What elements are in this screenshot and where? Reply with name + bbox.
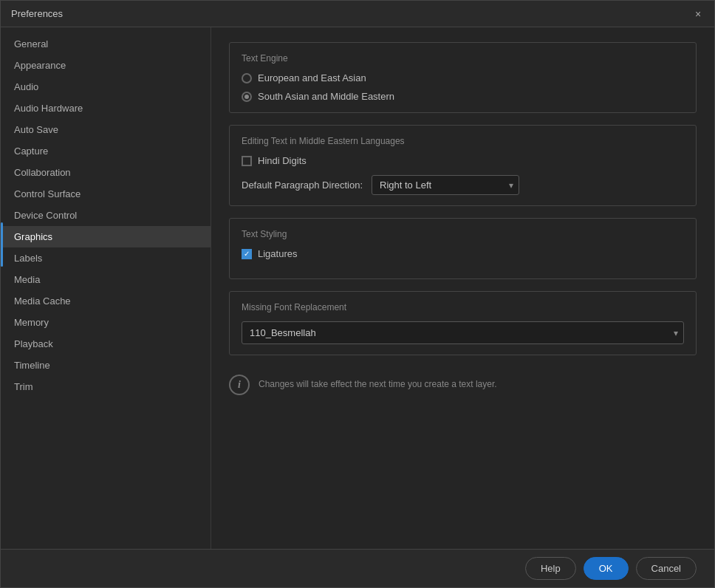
sidebar-item-timeline[interactable]: Timeline bbox=[1, 355, 211, 376]
dialog-body: GeneralAppearanceAudioAudio HardwareAuto… bbox=[1, 27, 714, 549]
hindi-digits-label: Hindi Digits bbox=[258, 155, 307, 166]
direction-dropdown[interactable]: Right to Left Left to Right bbox=[372, 175, 519, 195]
text-engine-section: Text Engine European and East Asian Sout… bbox=[229, 42, 697, 113]
sidebar-item-audio-hardware[interactable]: Audio Hardware bbox=[1, 98, 211, 119]
ligatures-row[interactable]: Ligatures bbox=[242, 248, 684, 259]
text-styling-title: Text Styling bbox=[242, 229, 684, 239]
sidebar: GeneralAppearanceAudioAudio HardwareAuto… bbox=[1, 27, 211, 549]
title-bar: Preferences × bbox=[1, 1, 714, 27]
text-engine-title: Text Engine bbox=[242, 53, 684, 64]
info-icon: i bbox=[229, 375, 250, 395]
radio-european-label: European and East Asian bbox=[258, 72, 366, 83]
font-dropdown-wrapper: 110_Besmellah bbox=[242, 321, 684, 344]
cancel-button[interactable]: Cancel bbox=[636, 557, 697, 580]
close-button[interactable]: × bbox=[692, 8, 704, 20]
sidebar-item-capture[interactable]: Capture bbox=[1, 140, 211, 162]
sidebar-item-general[interactable]: General bbox=[1, 33, 211, 55]
sidebar-item-graphics[interactable]: Graphics bbox=[1, 226, 211, 247]
ok-button[interactable]: OK bbox=[584, 557, 629, 580]
sidebar-item-labels[interactable]: Labels bbox=[1, 247, 211, 269]
radio-south-asian-label: South Asian and Middle Eastern bbox=[258, 91, 394, 102]
info-row: i Changes will take effect the next time… bbox=[229, 367, 697, 403]
font-replacement-section: Missing Font Replacement 110_Besmellah bbox=[229, 291, 697, 355]
ligatures-checkbox[interactable] bbox=[242, 249, 252, 259]
info-text: Changes will take effect the next time y… bbox=[259, 375, 497, 391]
sidebar-item-playback[interactable]: Playback bbox=[1, 333, 211, 355]
font-dropdown[interactable]: 110_Besmellah bbox=[242, 321, 684, 344]
sidebar-item-trim[interactable]: Trim bbox=[1, 376, 211, 397]
direction-dropdown-wrapper: Right to Left Left to Right bbox=[372, 175, 519, 195]
main-content: Text Engine European and East Asian Sout… bbox=[211, 27, 714, 549]
preferences-dialog: Preferences × GeneralAppearanceAudioAudi… bbox=[0, 0, 715, 588]
sidebar-item-appearance[interactable]: Appearance bbox=[1, 55, 211, 76]
dialog-title: Preferences bbox=[11, 8, 63, 19]
scroll-indicator bbox=[1, 222, 3, 267]
radio-european[interactable]: European and East Asian bbox=[242, 72, 684, 83]
sidebar-item-device-control[interactable]: Device Control bbox=[1, 205, 211, 226]
help-button[interactable]: Help bbox=[525, 557, 576, 580]
font-replacement-title: Missing Font Replacement bbox=[242, 302, 684, 312]
sidebar-item-media[interactable]: Media bbox=[1, 269, 211, 290]
sidebar-item-audio[interactable]: Audio bbox=[1, 76, 211, 98]
editing-text-section: Editing Text in Middle Eastern Languages… bbox=[229, 125, 697, 206]
ligatures-label: Ligatures bbox=[258, 248, 297, 259]
radio-south-asian-circle bbox=[242, 92, 252, 102]
sidebar-item-memory[interactable]: Memory bbox=[1, 312, 211, 333]
editing-text-title: Editing Text in Middle Eastern Languages bbox=[242, 136, 684, 146]
footer: Help OK Cancel bbox=[1, 549, 714, 587]
text-styling-section: Text Styling Ligatures bbox=[229, 218, 697, 279]
sidebar-item-auto-save[interactable]: Auto Save bbox=[1, 119, 211, 140]
radio-european-circle bbox=[242, 73, 252, 83]
direction-label: Default Paragraph Direction: bbox=[242, 180, 363, 191]
hindi-digits-row[interactable]: Hindi Digits bbox=[242, 155, 684, 166]
sidebar-item-control-surface[interactable]: Control Surface bbox=[1, 183, 211, 205]
sidebar-item-media-cache[interactable]: Media Cache bbox=[1, 290, 211, 312]
sidebar-item-collaboration[interactable]: Collaboration bbox=[1, 162, 211, 183]
direction-row: Default Paragraph Direction: Right to Le… bbox=[242, 175, 684, 195]
radio-south-asian[interactable]: South Asian and Middle Eastern bbox=[242, 91, 684, 102]
hindi-digits-checkbox[interactable] bbox=[242, 156, 252, 166]
